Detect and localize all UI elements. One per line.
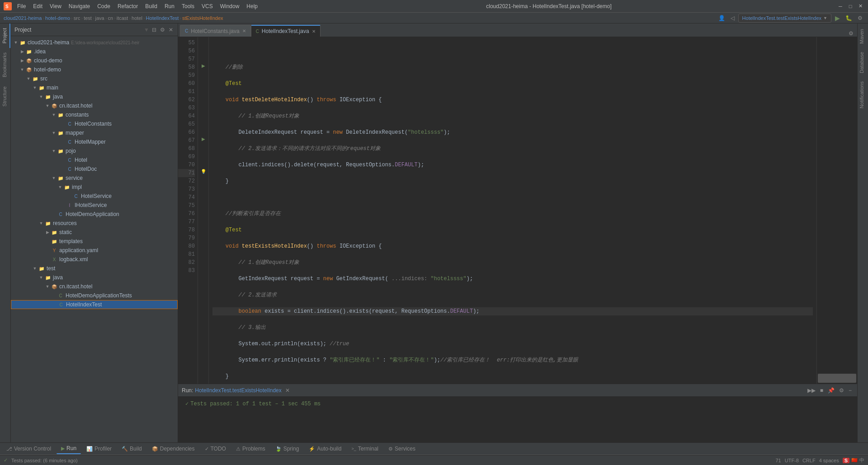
tree-item-hoteldoc[interactable]: C HotelDoc bbox=[11, 164, 178, 174]
git-button[interactable]: 👤 bbox=[717, 15, 727, 21]
tree-item-mapper[interactable]: ▼ 📁 mapper bbox=[11, 128, 178, 137]
tree-item-main[interactable]: ▼ 📁 main bbox=[11, 83, 178, 92]
tree-item-java-test[interactable]: ▼ 📁 java bbox=[11, 273, 178, 282]
tree-item-package-test[interactable]: ▼ 📦 cn.itcast.hotel bbox=[11, 282, 178, 291]
menu-file[interactable]: File bbox=[14, 2, 29, 10]
menu-build[interactable]: Build bbox=[142, 2, 161, 10]
run-stop-button[interactable]: ■ bbox=[818, 386, 825, 395]
code-line-72: // 3.输出 bbox=[212, 324, 813, 332]
tree-item-idea[interactable]: ▶ 📁 .idea bbox=[11, 47, 178, 56]
close-button[interactable]: ✕ bbox=[856, 2, 864, 10]
tab-profiler[interactable]: 📊 Profiler bbox=[82, 443, 116, 454]
run-close-button[interactable]: ✕ bbox=[285, 387, 290, 394]
tree-item-hotelmapper[interactable]: C HotelMapper bbox=[11, 137, 178, 146]
tree-item-hotelindextest[interactable]: C HotelIndexTest bbox=[11, 300, 178, 309]
tab-todo[interactable]: ✓ TODO bbox=[200, 443, 231, 454]
settings-button[interactable]: ⚙ bbox=[159, 26, 166, 34]
menu-view[interactable]: View bbox=[46, 2, 65, 10]
editor-settings-button[interactable]: ⚙ bbox=[849, 30, 854, 37]
tree-item-java[interactable]: ▼ 📁 java bbox=[11, 92, 178, 101]
minimap-thumb[interactable] bbox=[818, 374, 856, 383]
maven-tab[interactable]: Maven bbox=[858, 25, 868, 47]
coverage-button[interactable]: ⚙ bbox=[856, 15, 864, 21]
tab-close-hotelindextest[interactable]: ✕ bbox=[312, 29, 316, 34]
menu-navigate[interactable]: Navigate bbox=[65, 2, 94, 10]
tab-version-control[interactable]: ⎇ Version Control bbox=[2, 443, 56, 454]
tree-item-ihotelservice[interactable]: I IHotelService bbox=[11, 201, 178, 210]
tab-run[interactable]: ▶ Run bbox=[57, 443, 81, 454]
tree-item-hoteldemoapp[interactable]: C HotelDemoApplication bbox=[11, 210, 178, 219]
tab-label-problems: Problems bbox=[242, 446, 265, 452]
tree-item-hoteldemo-tests[interactable]: C HotelDemoApplicationTests bbox=[11, 291, 178, 300]
close-panel-button[interactable]: ✕ bbox=[168, 26, 174, 34]
tab-services[interactable]: ⚙ Services bbox=[384, 443, 420, 454]
menu-run[interactable]: Run bbox=[161, 2, 178, 10]
main-layout: Project Bookmarks Structure Project ▼ ⊟ … bbox=[0, 23, 868, 442]
project-tab[interactable]: Project bbox=[0, 23, 10, 48]
breadcrumb-class[interactable]: HotelIndexTest bbox=[146, 15, 179, 21]
tree-label-hotelservice: HotelService bbox=[81, 193, 112, 199]
tab-build[interactable]: 🔨 Build bbox=[117, 443, 146, 454]
run-settings-button[interactable]: ⚙ bbox=[837, 386, 846, 395]
structure-tab[interactable]: Structure bbox=[0, 82, 10, 111]
menu-tools[interactable]: Tools bbox=[178, 2, 198, 10]
run-config-selector[interactable]: HotelIndexTest.testExistsHotelIndex ▼ bbox=[738, 14, 831, 23]
auto-build-icon: ⚡ bbox=[309, 446, 315, 452]
debug-button[interactable]: 🐛 bbox=[844, 15, 854, 21]
collapse-all-button[interactable]: ⊟ bbox=[151, 26, 157, 34]
tree-arrow-impl: ▼ bbox=[57, 185, 63, 189]
tree-item-service[interactable]: ▼ 📁 service bbox=[11, 174, 178, 183]
tab-terminal[interactable]: >_ Terminal bbox=[347, 443, 383, 454]
tree-item-test[interactable]: ▼ 📁 test bbox=[11, 264, 178, 273]
database-tab[interactable]: Database bbox=[858, 48, 868, 77]
tree-item-yaml[interactable]: Y application.yaml bbox=[11, 246, 178, 255]
tab-hotelindextest[interactable]: C HotelIndexTest.java ✕ bbox=[251, 25, 321, 37]
breadcrumb-root[interactable]: cloud2021-heima bbox=[4, 15, 42, 21]
tree-item-hoteldemo[interactable]: ▼ 📦 hotel-demo bbox=[11, 65, 178, 74]
status-icons: S 🇨🇳 中 bbox=[843, 457, 864, 464]
tree-arrow-clouddemo: ▶ bbox=[19, 58, 25, 63]
tree-item-src[interactable]: ▼ 📁 src bbox=[11, 74, 178, 83]
breadcrumb-hotel: hotel bbox=[132, 15, 142, 21]
tree-item-root[interactable]: ▼ 📁 cloud2021-heima E:\idea-workspace\cl… bbox=[11, 38, 178, 47]
tree-item-templates[interactable]: 📁 templates bbox=[11, 237, 178, 246]
tab-auto-build[interactable]: ⚡ Auto-build bbox=[304, 443, 346, 454]
tree-item-package[interactable]: ▼ 📦 cn.itcast.hotel bbox=[11, 101, 178, 110]
menu-vcs[interactable]: VCS bbox=[198, 2, 217, 10]
tree-item-resources[interactable]: ▼ 📁 resources bbox=[11, 219, 178, 228]
menu-window[interactable]: Window bbox=[217, 2, 243, 10]
tab-problems[interactable]: ⚠ Problems bbox=[231, 443, 270, 454]
run-button[interactable]: ▶ bbox=[833, 14, 842, 22]
menu-edit[interactable]: Edit bbox=[29, 2, 46, 10]
menu-code[interactable]: Code bbox=[94, 2, 114, 10]
tab-dependencies[interactable]: 📦 Dependencies bbox=[147, 443, 199, 454]
right-sidebar: Maven Database Notifications bbox=[857, 23, 868, 442]
back-button[interactable]: ◁ bbox=[729, 15, 736, 21]
run-link[interactable]: HotelIndexTest.testExistsHotelIndex bbox=[195, 387, 281, 394]
tab-hotelconstants[interactable]: C HotelConstants.java ✕ bbox=[180, 25, 251, 37]
run-pin-button[interactable]: 📌 bbox=[826, 386, 836, 395]
tree-item-hotelservice[interactable]: C HotelService bbox=[11, 192, 178, 201]
menu-refactor[interactable]: Refactor bbox=[114, 2, 142, 10]
menu-help[interactable]: Help bbox=[243, 2, 261, 10]
run-minimize-button[interactable]: − bbox=[847, 386, 854, 395]
minimize-button[interactable]: ─ bbox=[836, 2, 844, 10]
tree-item-clouddemo[interactable]: ▶ 📦 cloud-demo bbox=[11, 56, 178, 65]
tree-item-static[interactable]: ▶ 📁 static bbox=[11, 228, 178, 237]
bookmarks-tab[interactable]: Bookmarks bbox=[0, 48, 10, 82]
breadcrumb-module[interactable]: hotel-demo bbox=[45, 15, 70, 21]
tree-item-constants[interactable]: ▼ 📁 constants bbox=[11, 110, 178, 119]
tree-item-impl[interactable]: ▼ 📁 impl bbox=[11, 183, 178, 192]
tree-item-xml[interactable]: X logback.xml bbox=[11, 255, 178, 264]
run-rerun-button[interactable]: ▶▶ bbox=[806, 386, 817, 395]
tab-close-hotelconstants[interactable]: ✕ bbox=[242, 28, 246, 33]
folder-icon-main: 📁 bbox=[38, 84, 45, 91]
maximize-button[interactable]: □ bbox=[846, 2, 854, 10]
folder-icon-impl: 📁 bbox=[63, 183, 71, 191]
tree-item-pojo[interactable]: ▼ 📁 pojo bbox=[11, 146, 178, 155]
tree-item-hotelconstants[interactable]: C HotelConstants bbox=[11, 119, 178, 128]
tree-item-hotel[interactable]: C Hotel bbox=[11, 155, 178, 164]
notifications-tab[interactable]: Notifications bbox=[858, 78, 868, 112]
svg-text:S: S bbox=[5, 4, 9, 9]
tab-spring[interactable]: 🍃 Spring bbox=[271, 443, 304, 454]
